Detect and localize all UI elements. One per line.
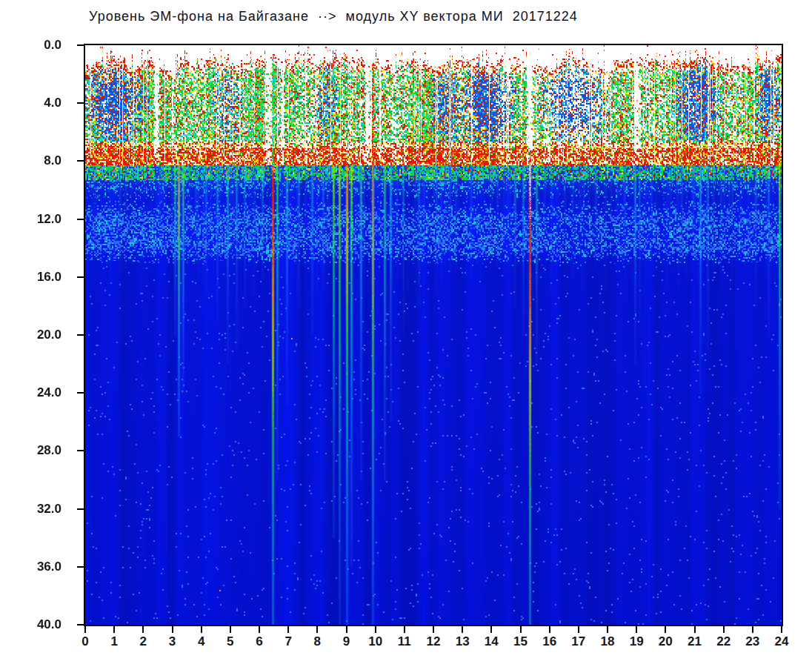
x-tick (142, 626, 144, 633)
x-tick (404, 626, 405, 633)
y-tick (77, 160, 84, 162)
x-tick (433, 626, 434, 633)
x-tick-label: 14 (476, 634, 506, 649)
x-tick-label: 5 (216, 634, 245, 649)
x-tick-label: 18 (593, 634, 622, 649)
x-tick (230, 626, 231, 633)
x-tick-label: 8 (302, 634, 332, 649)
x-tick (636, 626, 637, 633)
x-tick (113, 626, 115, 633)
x-tick-label: 1 (99, 634, 129, 649)
y-tick-label: 4.0 (21, 96, 61, 110)
x-tick (578, 626, 579, 633)
y-tick-label: 20.0 (21, 328, 61, 342)
x-tick (490, 626, 492, 633)
x-tick-label: 20 (650, 634, 680, 649)
y-tick-label: 28.0 (21, 443, 61, 458)
x-tick (520, 626, 522, 633)
y-tick-label: 36.0 (21, 560, 61, 574)
x-tick-label: 22 (709, 634, 739, 649)
x-tick (665, 626, 666, 633)
y-tick (77, 219, 84, 220)
x-tick (375, 626, 376, 633)
x-tick-label: 11 (390, 634, 419, 649)
x-tick-label: 19 (622, 634, 651, 649)
x-tick-label: 10 (361, 634, 390, 649)
y-tick (77, 392, 84, 394)
x-tick (723, 626, 725, 633)
x-tick (549, 626, 550, 633)
x-tick-label: 4 (187, 634, 216, 649)
y-tick-label: 8.0 (21, 153, 61, 168)
spectrogram-page: Уровень ЭМ-фона на Байгазане ··> модуль … (0, 0, 812, 667)
x-tick (781, 626, 782, 633)
y-tick (77, 566, 84, 568)
y-tick (77, 276, 84, 278)
spectrogram-canvas (85, 45, 782, 625)
x-tick-label: 12 (419, 634, 448, 649)
y-tick (77, 624, 84, 625)
y-tick (77, 508, 84, 510)
y-tick (77, 102, 84, 104)
y-tick (77, 44, 84, 46)
x-tick (287, 626, 289, 633)
y-tick-label: 0.0 (21, 38, 61, 53)
x-tick (201, 626, 202, 633)
y-tick (77, 450, 84, 451)
x-tick-label: 21 (680, 634, 710, 649)
x-tick (172, 626, 173, 633)
y-tick-label: 32.0 (21, 502, 61, 517)
x-tick-label: 0 (70, 634, 100, 649)
x-tick-label: 2 (128, 634, 158, 649)
x-tick (316, 626, 318, 633)
x-tick-label: 15 (506, 634, 536, 649)
x-tick (694, 626, 696, 633)
x-tick-label: 6 (244, 634, 274, 649)
x-tick (462, 626, 463, 633)
x-tick-label: 24 (767, 634, 796, 649)
y-tick-label: 40.0 (21, 617, 61, 632)
y-tick-label: 16.0 (21, 270, 61, 285)
x-tick (607, 626, 608, 633)
x-tick (752, 626, 753, 633)
x-tick-label: 17 (564, 634, 593, 649)
y-tick-label: 24.0 (21, 385, 61, 400)
x-tick-label: 9 (332, 634, 362, 649)
x-tick (259, 626, 260, 633)
x-tick-label: 13 (447, 634, 477, 649)
chart-title: Уровень ЭМ-фона на Байгазане ··> модуль … (89, 9, 578, 24)
x-tick-label: 3 (158, 634, 187, 649)
y-tick (77, 334, 84, 336)
x-tick-label: 16 (535, 634, 565, 649)
x-tick-label: 23 (738, 634, 768, 649)
plot-frame (84, 44, 783, 626)
x-tick (84, 626, 86, 633)
y-tick-label: 12.0 (21, 212, 61, 227)
x-tick (346, 626, 347, 633)
x-tick-label: 7 (273, 634, 303, 649)
